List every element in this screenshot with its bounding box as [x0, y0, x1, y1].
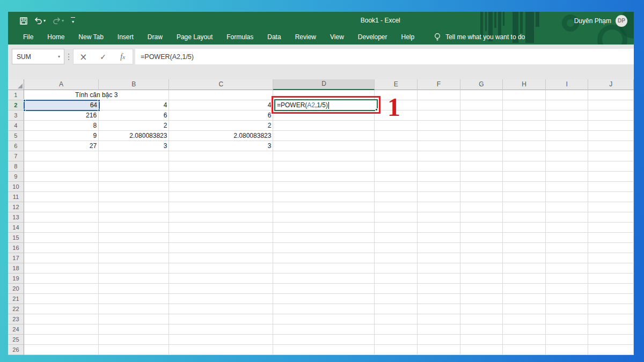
- name-box[interactable]: SUM ▾: [12, 49, 64, 64]
- cell-D10[interactable]: [273, 182, 375, 192]
- column-header-B[interactable]: B: [99, 79, 169, 90]
- cell-H21[interactable]: [503, 294, 546, 304]
- cell-D24[interactable]: [273, 324, 375, 335]
- cell-A9[interactable]: [24, 172, 99, 182]
- cell-A20[interactable]: [24, 284, 99, 294]
- cell-D14[interactable]: [273, 223, 375, 233]
- cell-H22[interactable]: [503, 304, 546, 314]
- cell-H3[interactable]: [503, 110, 546, 121]
- cell-A16[interactable]: [24, 243, 99, 253]
- cell-B9[interactable]: [99, 172, 169, 182]
- column-header-A[interactable]: A: [24, 79, 99, 90]
- cell-H12[interactable]: [503, 202, 546, 212]
- cell-G2[interactable]: [460, 100, 503, 110]
- cell-B22[interactable]: [99, 304, 169, 314]
- cell-B26[interactable]: [99, 345, 169, 355]
- cell-I22[interactable]: [546, 304, 589, 314]
- cell-G1[interactable]: [460, 90, 503, 100]
- cell-A21[interactable]: [24, 294, 99, 304]
- cell-A13[interactable]: [24, 212, 99, 223]
- cell-D6[interactable]: [273, 141, 375, 151]
- cell-J22[interactable]: [588, 304, 634, 314]
- cell-G3[interactable]: [460, 110, 503, 121]
- cell-J15[interactable]: [588, 233, 634, 243]
- row-header-14[interactable]: 14: [8, 223, 24, 233]
- cell-A11[interactable]: [24, 192, 99, 202]
- cell-B7[interactable]: [99, 151, 169, 161]
- cell-G21[interactable]: [460, 294, 503, 304]
- cell-H9[interactable]: [503, 172, 546, 182]
- cell-G26[interactable]: [460, 345, 503, 355]
- cell-B4[interactable]: 2: [99, 121, 169, 131]
- cell-C6[interactable]: 3: [169, 141, 273, 151]
- cell-J17[interactable]: [588, 253, 634, 263]
- cell-A15[interactable]: [24, 233, 99, 243]
- cell-I6[interactable]: [546, 141, 589, 151]
- cell-C22[interactable]: [169, 304, 273, 314]
- column-header-H[interactable]: H: [503, 79, 546, 90]
- cell-I1[interactable]: [546, 90, 589, 100]
- cell-F25[interactable]: [418, 335, 460, 345]
- cell-I8[interactable]: [546, 161, 589, 172]
- cell-H16[interactable]: [503, 243, 546, 253]
- insert-function-button[interactable]: fx: [113, 49, 133, 64]
- cell-F26[interactable]: [418, 345, 460, 355]
- cell-G22[interactable]: [460, 304, 503, 314]
- cell-B18[interactable]: [99, 263, 169, 274]
- row-header-13[interactable]: 13: [8, 212, 24, 223]
- cell-J19[interactable]: [588, 274, 634, 284]
- cell-J6[interactable]: [588, 141, 634, 151]
- cell-C5[interactable]: 2.080083823: [169, 131, 273, 141]
- cell-I21[interactable]: [546, 294, 589, 304]
- cell-C15[interactable]: [169, 233, 273, 243]
- tab-home[interactable]: Home: [40, 29, 71, 45]
- cell-C12[interactable]: [169, 202, 273, 212]
- cell-I4[interactable]: [546, 121, 589, 131]
- cell-A7[interactable]: [24, 151, 99, 161]
- cell-E24[interactable]: [375, 324, 418, 335]
- cell-A10[interactable]: [24, 182, 99, 192]
- cell-I13[interactable]: [546, 212, 589, 223]
- cell-E17[interactable]: [375, 253, 418, 263]
- cell-E7[interactable]: [375, 151, 418, 161]
- cell-E19[interactable]: [375, 274, 418, 284]
- cell-H13[interactable]: [503, 212, 546, 223]
- cell-F14[interactable]: [418, 223, 460, 233]
- cell-J3[interactable]: [588, 110, 634, 121]
- name-box-caret-icon[interactable]: ▾: [54, 54, 64, 59]
- cell-H23[interactable]: [503, 314, 546, 324]
- row-header-19[interactable]: 19: [8, 274, 24, 284]
- cell-E20[interactable]: [375, 284, 418, 294]
- row-header-24[interactable]: 24: [8, 324, 24, 335]
- cell-D20[interactable]: [273, 284, 375, 294]
- row-header-5[interactable]: 5: [8, 131, 24, 141]
- row-header-15[interactable]: 15: [8, 233, 24, 243]
- cell-F10[interactable]: [418, 182, 460, 192]
- cell-A22[interactable]: [24, 304, 99, 314]
- row-header-8[interactable]: 8: [8, 161, 24, 172]
- cell-B5[interactable]: 2.080083823: [99, 131, 169, 141]
- row-header-12[interactable]: 12: [8, 202, 24, 212]
- cell-G25[interactable]: [460, 335, 503, 345]
- cell-G8[interactable]: [460, 161, 503, 172]
- redo-button[interactable]: ▾: [53, 17, 64, 24]
- cell-F22[interactable]: [418, 304, 460, 314]
- cancel-button[interactable]: ×: [74, 49, 93, 64]
- cell-B3[interactable]: 6: [99, 110, 169, 121]
- cell-A18[interactable]: [24, 263, 99, 274]
- cell-C16[interactable]: [169, 243, 273, 253]
- cell-D16[interactable]: [273, 243, 375, 253]
- cell-D12[interactable]: [273, 202, 375, 212]
- cell-I26[interactable]: [546, 345, 589, 355]
- cell-H5[interactable]: [503, 131, 546, 141]
- tell-me-box[interactable]: Tell me what you want to do: [434, 33, 525, 41]
- cell-I24[interactable]: [546, 324, 589, 335]
- cell-I7[interactable]: [546, 151, 589, 161]
- cell-C10[interactable]: [169, 182, 273, 192]
- cell-B11[interactable]: [99, 192, 169, 202]
- cell-B19[interactable]: [99, 274, 169, 284]
- row-header-21[interactable]: 21: [8, 294, 24, 304]
- cell-A12[interactable]: [24, 202, 99, 212]
- cell-F19[interactable]: [418, 274, 460, 284]
- cell-B2[interactable]: 4: [99, 100, 169, 110]
